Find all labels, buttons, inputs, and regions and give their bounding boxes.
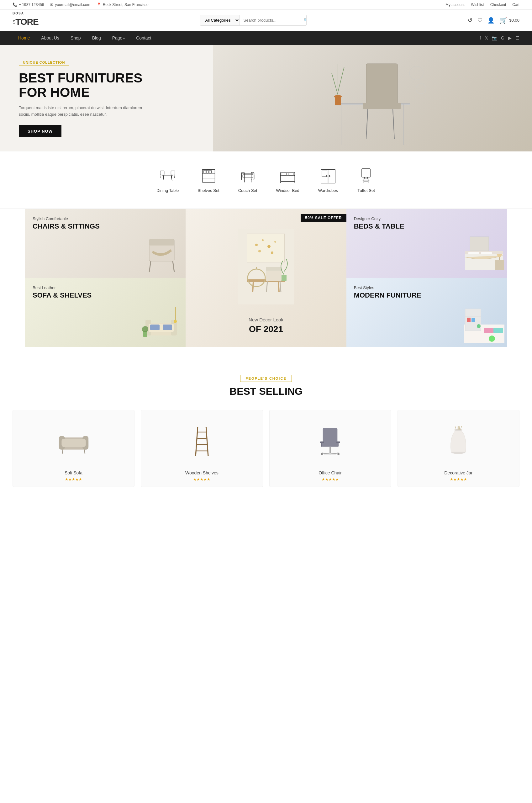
facebook-icon[interactable]: f (480, 35, 481, 40)
shop-now-button[interactable]: SHOP NOW (19, 125, 61, 137)
svg-rect-23 (171, 171, 175, 175)
product-office-chair[interactable]: Office Chair ★★★★★ (269, 410, 391, 487)
product-wooden-shelves[interactable]: Wooden Shelves ★★★★★ (141, 410, 263, 487)
svg-line-21 (161, 175, 161, 177)
svg-point-107 (489, 336, 495, 342)
promo-modern[interactable]: Best Styles MODERN FUNITURE (346, 278, 507, 347)
nav-home[interactable]: Home (13, 31, 35, 45)
product-shelves-stars: ★★★★★ (146, 477, 258, 482)
location-icon: 📍 (97, 2, 101, 7)
hero-image (213, 45, 532, 151)
product-sofa-name: Sofi Sofa (18, 470, 129, 475)
svg-rect-4 (366, 64, 398, 104)
promo-sale[interactable]: 50% SALE OFFER (186, 209, 346, 347)
best-selling-section: PEOPLE'S CHOICE BEST SELLING Sofi Sofa ★… (0, 359, 532, 503)
products-grid: Sofi Sofa ★★★★★ Wooden Shelves ★★★★★ (0, 404, 532, 503)
phone-info: 📞 + 1987 123456 (13, 2, 44, 7)
menu-icon[interactable]: ☰ (515, 35, 519, 40)
category-shelves-set[interactable]: Shelves Set (197, 167, 219, 193)
nav-shop[interactable]: Shop (65, 31, 87, 45)
instagram-icon[interactable]: 📷 (492, 35, 497, 40)
product-sofi-sofa[interactable]: Sofi Sofa ★★★★★ (13, 410, 134, 487)
twitter-icon[interactable]: 𝕏 (484, 35, 488, 40)
promo-beds[interactable]: Designer Cozy BEDS & TABLE (346, 209, 507, 278)
svg-rect-106 (493, 328, 503, 333)
google-icon[interactable]: G (501, 35, 505, 40)
svg-rect-34 (241, 174, 254, 180)
cart-icon[interactable]: 🛒 $0.00 (499, 17, 519, 24)
promo-beds-sub: Designer Cozy (354, 216, 404, 221)
svg-line-60 (149, 261, 151, 272)
svg-line-115 (206, 427, 208, 456)
svg-point-11 (334, 95, 342, 98)
promo-chairs-content: Stylish Comfortable CHAIRS & SITTINGS (33, 216, 100, 230)
myaccount-link[interactable]: My account (445, 2, 464, 7)
promo-modern-image (464, 306, 505, 344)
promo-chairs[interactable]: Stylish Comfortable CHAIRS & SITTINGS (25, 209, 186, 278)
category-wardrobes[interactable]: Wardrobes (318, 167, 338, 193)
svg-line-61 (173, 261, 174, 272)
svg-point-104 (477, 324, 480, 328)
product-jar-name: Decorative Jar (403, 470, 514, 475)
svg-line-71 (253, 282, 253, 292)
nav-about[interactable]: About Us (35, 31, 65, 45)
promo-chairs-title: CHAIRS & SITTINGS (33, 222, 100, 230)
hero-content: UNIQUE COLLECTION BEST FURNITURES FOR HO… (19, 59, 151, 138)
logo[interactable]: BOSA S TORE (13, 14, 39, 27)
section-title: BEST SELLING (13, 386, 519, 397)
svg-line-24 (171, 175, 172, 177)
refresh-icon[interactable]: ↺ (468, 17, 472, 24)
nav-blog[interactable]: Blog (87, 31, 107, 45)
cart-link[interactable]: Cart (512, 2, 519, 7)
promo-sofa-title: SOFA & SHELVES (33, 291, 92, 300)
nav-page[interactable]: Page (107, 31, 130, 45)
category-windsor-bed[interactable]: Windsor Bed (276, 167, 299, 193)
promo-sofa[interactable]: Best Leather SOFA & SHELVES (25, 278, 186, 347)
svg-rect-73 (266, 270, 282, 281)
svg-rect-129 (336, 441, 340, 443)
wardrobes-icon (319, 167, 337, 184)
category-couch-set[interactable]: Couch Set (238, 167, 258, 193)
category-dining-table[interactable]: Dining Table (156, 167, 179, 193)
svg-line-57 (368, 181, 368, 183)
svg-rect-36 (251, 172, 254, 180)
category-select[interactable]: All Categories Sofas Beds Tables Chairs … (200, 15, 240, 25)
promo-grid: Stylish Comfortable CHAIRS & SITTINGS 50… (25, 209, 507, 347)
product-decorative-jar[interactable]: Decorative Jar ★★★★★ (398, 410, 519, 487)
search-bar[interactable]: All Categories Sofas Beds Tables Chairs … (200, 15, 307, 26)
checkout-link[interactable]: Checkout (490, 2, 506, 7)
shelves-set-icon (199, 167, 218, 184)
svg-rect-74 (266, 267, 282, 271)
svg-line-125 (330, 453, 339, 454)
nav-contact[interactable]: Contact (130, 31, 157, 45)
svg-line-12 (332, 73, 338, 95)
promo-modern-title: MODERN FUNITURE (354, 291, 421, 300)
wishlist-icon[interactable]: ♡ (477, 17, 482, 24)
svg-rect-51 (362, 168, 370, 177)
svg-rect-42 (282, 173, 287, 175)
wishlist-link[interactable]: Wishlist (471, 2, 484, 7)
logo-s: S (13, 19, 15, 24)
search-button[interactable]: 🔍 (300, 15, 307, 25)
dining-table-label: Dining Table (156, 188, 179, 193)
promo-sale-text: New Décor Look OF 2021 (249, 317, 283, 339)
svg-line-22 (163, 175, 164, 177)
account-icon[interactable]: 👤 (488, 17, 494, 24)
svg-line-134 (454, 426, 456, 429)
couch-set-label: Couch Set (238, 188, 258, 193)
product-shelves-image (146, 416, 258, 466)
tuffet-set-icon (357, 167, 376, 184)
svg-line-112 (62, 450, 63, 454)
svg-line-56 (364, 181, 364, 183)
hero-section: UNIQUE COLLECTION BEST FURNITURES FOR HO… (0, 45, 532, 151)
search-input[interactable] (240, 15, 300, 25)
svg-point-64 (255, 244, 258, 246)
youtube-icon[interactable]: ▶ (508, 35, 512, 40)
cart-total: $0.00 (509, 18, 519, 23)
promo-sale-sub: New Décor Look (249, 317, 283, 322)
svg-rect-93 (163, 325, 172, 330)
product-shelves-name: Wooden Shelves (146, 470, 258, 475)
svg-point-127 (337, 453, 340, 455)
category-tuffet-set[interactable]: Tuffet Set (357, 167, 376, 193)
svg-point-49 (329, 175, 330, 176)
